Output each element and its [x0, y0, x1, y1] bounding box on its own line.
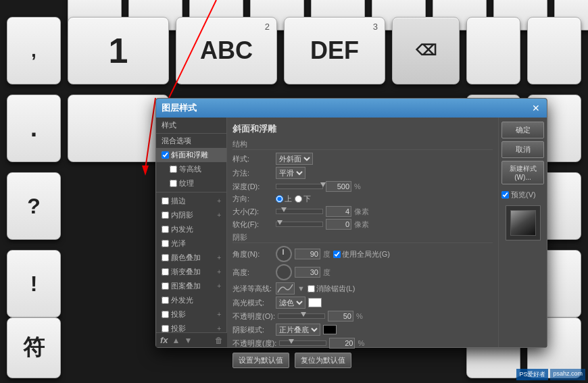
highlight-opacity-slider[interactable] [278, 313, 325, 319]
direction-label: 方向: [232, 194, 273, 204]
altitude-unit: 度 [323, 267, 330, 278]
watermark-text2: psahz.com [550, 369, 585, 380]
shadow-opacity-input[interactable] [329, 338, 355, 349]
angle-dial-needle [283, 249, 284, 255]
angle-label: 角度(N): [232, 249, 273, 259]
size-input[interactable] [326, 206, 351, 217]
shadow-opacity-slider[interactable] [279, 340, 326, 346]
outer-glow-checkbox[interactable] [162, 297, 169, 304]
key-dot[interactable]: . [7, 95, 61, 162]
highlight-opacity-label: 不透明度(O): [232, 311, 275, 322]
key-r2[interactable] [527, 17, 581, 84]
ok-button[interactable]: 确定 [501, 122, 544, 138]
angle-input[interactable] [295, 249, 320, 259]
key-r1[interactable] [466, 17, 520, 84]
delete-style-icon[interactable]: 🗑 [215, 336, 223, 345]
key-delete[interactable]: ⌫ [392, 17, 460, 84]
soften-slider[interactable] [276, 222, 323, 227]
stroke-item[interactable]: 描边 + [156, 194, 226, 208]
contour-checkbox[interactable] [170, 165, 177, 173]
key-question[interactable]: ? [7, 172, 61, 240]
key-exclaim[interactable]: ! [7, 250, 61, 317]
soften-row: 软化(F): 像素 [232, 219, 493, 230]
preview-checkbox[interactable] [501, 191, 509, 199]
angle-dial[interactable] [276, 246, 292, 262]
pattern-overlay-checkbox[interactable] [162, 282, 169, 290]
anti-alias-checkbox[interactable] [308, 285, 315, 292]
depth-unit: % [354, 182, 361, 190]
direction-down-label[interactable]: 下 [295, 194, 311, 204]
gradient-overlay-checkbox[interactable] [162, 268, 169, 276]
shadow-opacity-thumb [289, 339, 294, 344]
divider1 [156, 192, 226, 193]
drop-shadow-checkbox2[interactable] [162, 325, 169, 332]
preview-checkbox-row: 预览(V) [501, 190, 544, 200]
inner-shadow-checkbox[interactable] [162, 211, 169, 219]
bevel-section-title: 斜面和浮雕 [232, 123, 493, 135]
drop-shadow-item1[interactable]: 投影 + [156, 307, 226, 322]
size-slider[interactable] [276, 209, 323, 214]
global-light-label[interactable]: 使用全局光(G) [333, 249, 390, 259]
gradient-overlay-item[interactable]: 渐变叠加 + [156, 265, 226, 279]
reset-default-button[interactable]: 复位为默认值 [295, 353, 351, 368]
gloss-contour-label: 光泽等高线: [232, 284, 273, 294]
satin-checkbox[interactable] [162, 240, 169, 247]
settings-area: 斜面和浮雕 结构 样式: 外斜面 方法: 平滑 深度(D): [227, 118, 498, 347]
highlight-mode-select[interactable]: 滤色 [276, 297, 305, 309]
outer-glow-item[interactable]: 外发光 [156, 293, 226, 307]
direction-row: 方向: 上 下 [232, 194, 493, 204]
texture-checkbox[interactable] [170, 180, 177, 187]
shadow-mode-label: 阴影模式: [232, 325, 273, 335]
inner-glow-item[interactable]: 内发光 [156, 222, 226, 236]
set-default-button[interactable]: 设置为默认值 [232, 353, 289, 368]
depth-slider[interactable] [276, 184, 323, 189]
key-comma[interactable]: , [7, 17, 61, 84]
shadow-opacity-unit: % [358, 339, 364, 347]
move-up-icon[interactable]: ▲ [172, 336, 180, 345]
direction-up-radio[interactable] [276, 195, 283, 203]
altitude-dial[interactable] [276, 264, 292, 280]
color-overlay-item[interactable]: 颜色叠加 + [156, 251, 226, 265]
shadow-mode-select[interactable]: 正片叠底 [276, 324, 320, 336]
anti-alias-label[interactable]: 消除锯齿(L) [308, 284, 355, 294]
direction-up-label[interactable]: 上 [276, 194, 292, 204]
method-select[interactable]: 平滑 [276, 167, 305, 179]
direction-down-radio[interactable] [295, 195, 302, 203]
style-select[interactable]: 外斜面 [276, 153, 313, 165]
color-overlay-checkbox[interactable] [162, 254, 169, 261]
soften-input[interactable] [326, 219, 351, 230]
highlight-mode-row: 高光模式: 滤色 [232, 297, 493, 309]
key-def[interactable]: 3 DEF [284, 17, 385, 84]
shadow-mode-row: 阴影模式: 正片叠底 [232, 324, 493, 336]
preview-box [506, 205, 541, 240]
blend-options-item[interactable]: 混合选项 [156, 134, 226, 148]
key-abc[interactable]: 2 ABC [176, 17, 277, 84]
shadow-opacity-label: 不透明度(度): [232, 338, 276, 349]
shadow-opacity-row: 不透明度(度): % [232, 338, 493, 349]
right-buttons-panel: 确定 取消 新建样式(W)... 预览(V) [498, 118, 547, 347]
cancel-button[interactable]: 取消 [501, 141, 544, 158]
move-down-icon[interactable]: ▼ [184, 336, 192, 345]
key-fu[interactable]: 符 [7, 317, 61, 378]
contour-item[interactable]: 等高线 [156, 162, 226, 176]
bevel-checkbox[interactable] [162, 151, 169, 159]
depth-input[interactable] [326, 181, 351, 192]
key-row2-2[interactable] [68, 95, 169, 162]
highlight-color-swatch[interactable] [308, 298, 322, 307]
inner-glow-checkbox[interactable] [162, 226, 169, 233]
shadow-color-swatch[interactable] [323, 325, 337, 334]
pattern-overlay-item[interactable]: 图案叠加 + [156, 279, 226, 293]
inner-shadow-item[interactable]: 内阴影 + [156, 208, 226, 222]
bevel-emboss-item[interactable]: 斜面和浮雕 [156, 148, 226, 162]
global-light-checkbox[interactable] [333, 251, 341, 258]
texture-item[interactable]: 纹理 [156, 176, 226, 190]
new-style-button[interactable]: 新建样式(W)... [501, 161, 544, 184]
key-1[interactable]: 1 [68, 17, 169, 84]
dialog-close-button[interactable]: ✕ [531, 103, 541, 113]
gloss-contour-preview[interactable] [276, 282, 295, 295]
drop-shadow-checkbox1[interactable] [162, 311, 169, 318]
altitude-input[interactable] [295, 267, 320, 278]
satin-item[interactable]: 光泽 [156, 236, 226, 251]
stroke-checkbox[interactable] [162, 197, 169, 205]
highlight-opacity-input[interactable] [328, 311, 353, 322]
